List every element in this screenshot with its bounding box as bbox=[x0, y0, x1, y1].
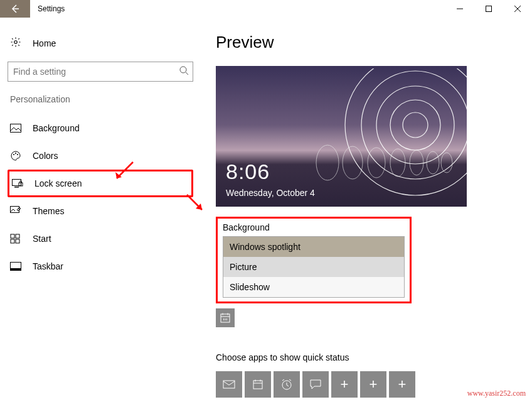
sidebar: Home Personalization Background Colors L… bbox=[0, 18, 201, 402]
lock-screen-icon bbox=[12, 179, 24, 188]
chat-icon bbox=[309, 379, 322, 390]
maximize-icon bbox=[485, 5, 492, 13]
quick-status-tile-calendar[interactable] bbox=[245, 371, 271, 398]
svg-rect-34 bbox=[221, 314, 230, 322]
sidebar-item-label: Taskbar bbox=[33, 261, 63, 271]
content-pane: Preview 8:06 Wednesday, October 4 Backgr… bbox=[201, 18, 532, 402]
background-dropdown[interactable]: Windows spotlight Picture Slideshow bbox=[223, 236, 405, 298]
sidebar-item-label: Start bbox=[33, 234, 51, 244]
svg-point-33 bbox=[441, 153, 452, 173]
svg-point-23 bbox=[390, 100, 440, 150]
minimize-button[interactable] bbox=[445, 0, 474, 18]
dropdown-option-slideshow[interactable]: Slideshow bbox=[223, 277, 404, 297]
dropdown-option-spotlight[interactable]: Windows spotlight bbox=[223, 237, 404, 257]
picture-icon bbox=[10, 124, 23, 133]
svg-rect-17 bbox=[16, 234, 19, 238]
close-icon bbox=[514, 5, 521, 13]
svg-rect-16 bbox=[11, 234, 14, 238]
maximize-button[interactable] bbox=[474, 0, 503, 18]
section-title: Personalization bbox=[10, 94, 193, 104]
svg-point-32 bbox=[427, 151, 439, 174]
quick-status-tile-alarm[interactable] bbox=[274, 371, 300, 398]
start-icon bbox=[10, 234, 23, 244]
quick-status-tile-mail[interactable] bbox=[216, 371, 242, 398]
plus-icon: + bbox=[398, 376, 407, 393]
background-dropdown-section: Background Windows spotlight Picture Sli… bbox=[216, 217, 412, 303]
sidebar-item-themes[interactable]: Themes bbox=[8, 197, 193, 225]
svg-rect-8 bbox=[11, 124, 21, 133]
search-input[interactable] bbox=[8, 62, 193, 81]
quick-status-label: Choose apps to show quick status bbox=[216, 352, 517, 362]
gear-icon bbox=[10, 36, 23, 50]
minimize-icon bbox=[456, 5, 464, 13]
svg-rect-21 bbox=[11, 268, 21, 271]
sidebar-item-label: Background bbox=[33, 123, 80, 133]
quick-status-tile-add-3[interactable]: + bbox=[389, 371, 415, 398]
svg-point-27 bbox=[316, 145, 339, 180]
quick-status-tile-add-1[interactable]: + bbox=[331, 371, 358, 398]
mail-icon bbox=[223, 380, 235, 389]
lock-screen-preview: 8:06 Wednesday, October 4 bbox=[216, 66, 467, 207]
sidebar-item-label: Lock screen bbox=[35, 178, 82, 188]
svg-point-6 bbox=[180, 67, 186, 73]
sidebar-item-lock-screen[interactable]: Lock screen bbox=[8, 170, 193, 197]
svg-rect-41 bbox=[223, 381, 235, 388]
svg-point-5 bbox=[14, 41, 18, 44]
svg-point-30 bbox=[390, 149, 405, 177]
svg-point-28 bbox=[343, 146, 363, 179]
dropdown-option-picture[interactable]: Picture bbox=[223, 257, 404, 277]
back-button[interactable] bbox=[0, 0, 30, 18]
sidebar-item-start[interactable]: Start bbox=[8, 225, 193, 253]
svg-point-10 bbox=[15, 153, 16, 154]
sidebar-item-taskbar[interactable]: Taskbar bbox=[8, 253, 193, 280]
svg-point-31 bbox=[410, 150, 423, 175]
preview-date: Wednesday, October 4 bbox=[226, 188, 315, 198]
svg-point-22 bbox=[403, 112, 428, 138]
preview-graphic bbox=[302, 68, 467, 200]
svg-rect-13 bbox=[14, 187, 19, 188]
quick-status-tile-messaging[interactable] bbox=[302, 371, 329, 398]
svg-line-7 bbox=[186, 72, 188, 75]
quick-status-tile-add-2[interactable]: + bbox=[360, 371, 386, 398]
home-nav[interactable]: Home bbox=[8, 33, 193, 62]
home-label: Home bbox=[33, 38, 56, 48]
svg-rect-18 bbox=[11, 239, 14, 243]
svg-rect-19 bbox=[16, 239, 19, 243]
sidebar-item-colors[interactable]: Colors bbox=[8, 142, 193, 170]
svg-point-24 bbox=[376, 86, 454, 164]
plus-icon: + bbox=[341, 376, 349, 393]
arrow-left-icon bbox=[9, 3, 21, 14]
svg-point-25 bbox=[361, 71, 467, 179]
page-heading: Preview bbox=[216, 33, 517, 52]
close-button[interactable] bbox=[503, 0, 532, 18]
svg-rect-15 bbox=[11, 207, 19, 213]
calendar-icon bbox=[252, 379, 263, 390]
alarm-icon bbox=[280, 378, 293, 391]
search-icon bbox=[179, 65, 189, 78]
themes-icon bbox=[10, 206, 23, 216]
detailed-status-app-tile[interactable] bbox=[216, 308, 235, 327]
svg-rect-2 bbox=[486, 6, 492, 12]
sidebar-item-label: Colors bbox=[33, 151, 58, 161]
search-input-wrapper[interactable] bbox=[8, 62, 193, 82]
window-title: Settings bbox=[30, 0, 65, 18]
watermark: www.yasir252.com bbox=[467, 389, 526, 398]
sidebar-item-label: Themes bbox=[33, 206, 65, 216]
svg-point-9 bbox=[13, 154, 14, 155]
plus-icon: + bbox=[370, 376, 378, 393]
palette-icon bbox=[10, 150, 23, 161]
svg-rect-42 bbox=[253, 381, 262, 389]
sidebar-item-background[interactable]: Background bbox=[8, 114, 193, 142]
preview-clock: 8:06 bbox=[226, 160, 270, 184]
calendar-icon bbox=[220, 312, 231, 323]
taskbar-icon bbox=[10, 262, 23, 271]
svg-point-11 bbox=[17, 154, 18, 155]
dropdown-label: Background bbox=[223, 222, 405, 232]
